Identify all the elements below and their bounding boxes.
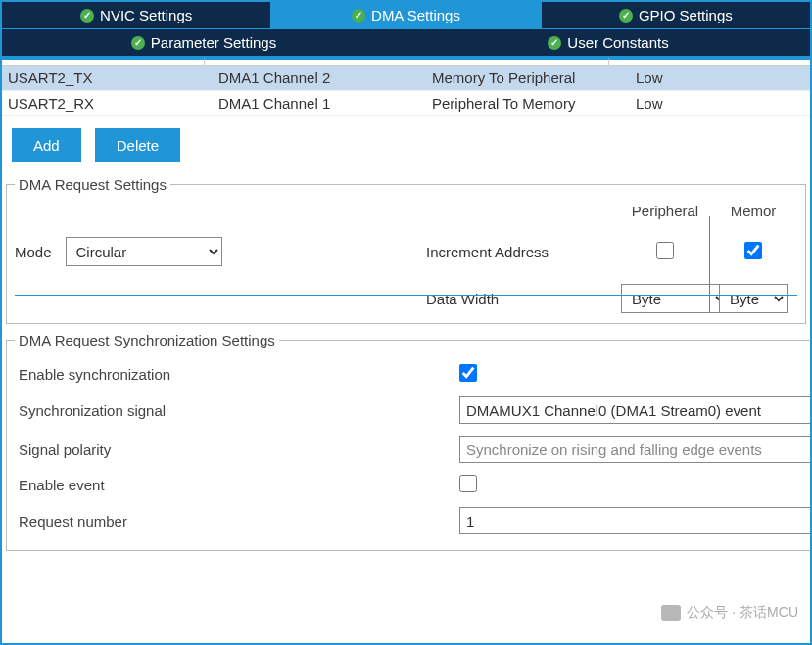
tab-label: User Constants bbox=[567, 34, 668, 51]
mode-label: Mode bbox=[15, 244, 52, 260]
watermark: 公众号 · 茶话MCU bbox=[661, 604, 798, 622]
request-number-input[interactable] bbox=[459, 507, 812, 534]
tab-nvic-settings[interactable]: ✓NVIC Settings bbox=[2, 2, 271, 28]
col-header-memory: Memor bbox=[709, 203, 797, 219]
mode-select[interactable]: Circular bbox=[66, 237, 222, 266]
request-number-label: Request number bbox=[19, 513, 450, 530]
tabs-secondary: ✓Parameter Settings ✓User Constants bbox=[2, 28, 810, 58]
check-icon: ✓ bbox=[619, 9, 633, 23]
cell-priority: Low bbox=[630, 91, 810, 115]
cell-request: USART2_RX bbox=[2, 91, 213, 115]
delete-button[interactable]: Delete bbox=[95, 128, 180, 162]
wechat-icon bbox=[661, 605, 681, 621]
tab-gpio-settings[interactable]: ✓GPIO Settings bbox=[542, 2, 810, 28]
dma-sync-settings: DMA Request Synchronization Settings Ena… bbox=[6, 332, 812, 551]
tab-label: NVIC Settings bbox=[100, 7, 192, 23]
add-button[interactable]: Add bbox=[12, 128, 81, 162]
cell-priority: Low bbox=[630, 66, 810, 90]
tabs-primary: ✓NVIC Settings ✓DMA Settings ✓GPIO Setti… bbox=[2, 2, 810, 28]
cell-request: USART2_TX bbox=[2, 66, 213, 90]
tab-label: GPIO Settings bbox=[639, 7, 733, 23]
header-spacer bbox=[2, 58, 810, 66]
enable-event-checkbox[interactable] bbox=[459, 475, 477, 492]
watermark-text: 公众号 · 茶话MCU bbox=[687, 604, 798, 622]
memory-increment-checkbox[interactable] bbox=[744, 242, 762, 259]
cell-direction: Memory To Peripheral bbox=[426, 66, 630, 90]
fieldset-legend: DMA Request Synchronization Settings bbox=[15, 332, 279, 348]
sync-signal-label: Synchronization signal bbox=[19, 402, 450, 419]
horizontal-divider bbox=[15, 295, 797, 296]
signal-polarity-input[interactable] bbox=[459, 436, 812, 463]
check-icon: ✓ bbox=[131, 36, 145, 50]
cell-channel: DMA1 Channel 1 bbox=[213, 91, 426, 115]
enable-sync-label: Enable synchronization bbox=[19, 366, 450, 383]
tab-dma-settings[interactable]: ✓DMA Settings bbox=[271, 2, 541, 28]
signal-polarity-label: Signal polarity bbox=[19, 441, 450, 458]
dma-request-settings: DMA Request Settings Peripheral Memor Mo… bbox=[6, 176, 806, 324]
check-icon: ✓ bbox=[548, 36, 561, 50]
tab-parameter-settings[interactable]: ✓Parameter Settings bbox=[2, 29, 406, 56]
dma-table: USART2_TX DMA1 Channel 2 Memory To Perip… bbox=[2, 66, 810, 116]
cell-direction: Peripheral To Memory bbox=[426, 91, 630, 115]
increment-address-label: Increment Address bbox=[426, 244, 621, 260]
tab-label: Parameter Settings bbox=[151, 34, 276, 51]
enable-event-label: Enable event bbox=[19, 477, 450, 493]
col-header-peripheral: Peripheral bbox=[621, 203, 709, 219]
peripheral-increment-checkbox[interactable] bbox=[656, 242, 674, 259]
sync-signal-input[interactable] bbox=[459, 396, 812, 424]
tab-user-constants[interactable]: ✓User Constants bbox=[406, 29, 810, 56]
vertical-divider bbox=[709, 216, 710, 313]
data-width-label: Data Width bbox=[426, 291, 621, 307]
enable-sync-checkbox[interactable] bbox=[459, 364, 477, 382]
memory-data-width-select[interactable]: Byte bbox=[719, 284, 788, 313]
table-row[interactable]: USART2_RX DMA1 Channel 1 Peripheral To M… bbox=[2, 91, 810, 116]
check-icon: ✓ bbox=[80, 9, 94, 23]
table-row[interactable]: USART2_TX DMA1 Channel 2 Memory To Perip… bbox=[2, 66, 810, 91]
cell-channel: DMA1 Channel 2 bbox=[213, 66, 426, 90]
fieldset-legend: DMA Request Settings bbox=[15, 176, 170, 193]
button-row: Add Delete bbox=[2, 116, 810, 176]
check-icon: ✓ bbox=[352, 9, 365, 23]
tab-label: DMA Settings bbox=[371, 7, 460, 23]
